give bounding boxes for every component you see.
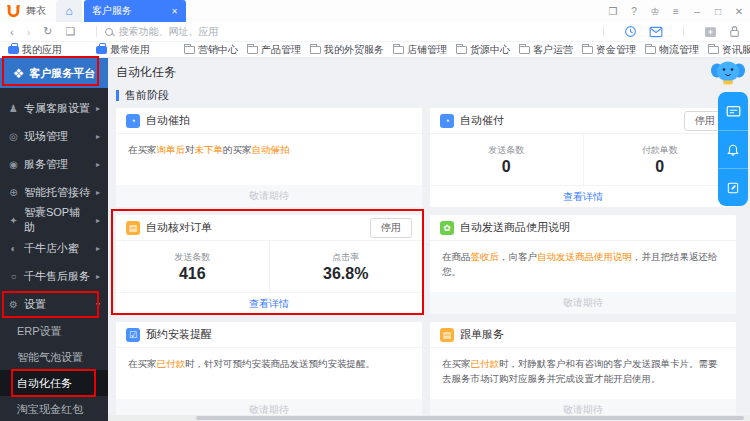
sidebar-item-smart-hosting[interactable]: ⊕ 智能托管接待 ▸ [0,178,108,206]
scrollbar-thumb[interactable] [196,416,744,420]
section-title: 售前阶段 [125,88,169,103]
workbench-button[interactable] [718,92,748,130]
card-title: 自动催付 [460,113,504,128]
stat-click-rate: 点击率 36.8% [269,241,423,292]
page-title: 自动化任务 [116,64,736,80]
sidebar-item-store-bee[interactable]: ◐ 千牛店小蜜 ▸ [0,234,108,262]
minimize-icon[interactable]: – [692,6,702,17]
stat-sent-count: 发送条数 416 [116,241,269,292]
sidebar-item-service-manage[interactable]: ◉ 服务管理 ▸ [0,150,108,178]
search-input[interactable] [118,26,268,37]
disable-button[interactable]: 停用 [370,218,412,238]
chevron-right-icon: ▸ [96,216,100,225]
folder-icon [519,46,530,54]
back-icon[interactable]: ‹ [10,26,14,38]
sidebar-item-settings[interactable]: ⚙ 设置 ▾ [0,290,108,318]
search-bar[interactable] [105,26,268,37]
bookmark-folder-supply[interactable]: 货源中心 [456,43,510,57]
bookmark-folder-funds[interactable]: 资金管理 [582,43,636,57]
bookmark-folder-foreign-trade[interactable]: 我的外贸服务 [310,43,384,57]
help-icon[interactable]: ? [629,6,639,17]
sidebar-item-sop-assist[interactable]: ✦ 智囊SOP辅助 ▸ [0,206,108,234]
home-tab[interactable]: ⌂ [56,0,82,22]
close-icon[interactable]: ✕ [734,6,744,17]
maximize-icon[interactable]: □ [713,6,723,17]
bell-icon: ◉ [8,159,19,170]
multi-window-icon[interactable]: ❐ [608,6,618,17]
navbar-right-icons [595,25,740,38]
task-cards-grid: ◔ 自动催拍 在买家询单后对未下单的买家自动催拍 敬请期待 ◔ 自动催付 停用 … [116,108,736,421]
bookmark-my-apps[interactable]: 我的应用 [8,43,62,57]
view-details-link[interactable]: 查看详情 [430,185,736,207]
bookmark-folder-products[interactable]: 产品管理 [247,43,301,57]
sidebar-subitem-smart-bubble[interactable]: 智能气泡设置 [0,344,108,370]
chevron-right-icon: ▸ [96,272,100,281]
sidebar-subitem-red-packet[interactable]: 淘宝现金红包 [0,396,108,421]
platform-header: ❖ 客户服务平台 [0,58,108,88]
divider [603,26,604,37]
bookmark-folder-shop-manage[interactable]: 店铺管理 [393,43,447,57]
folder-icon [184,46,195,54]
bookmark-folder-marketing[interactable]: 营销中心 [184,43,238,57]
search-icon [105,28,113,36]
skin-icon[interactable]: ♔ [650,6,660,17]
gallery-icon[interactable] [704,26,717,38]
check-badge-icon: ☑ [126,328,140,342]
divider [683,26,684,37]
card-auto-remind-payment: ◔ 自动催付 停用 发送条数 0 付款单数 0 查看详情 [430,108,736,207]
card-description: 在商品签收后，向客户自动发送商品使用说明，并且把结果返还给您。 [430,241,736,292]
clock-badge-icon: ◔ [126,114,140,128]
location-icon: ◎ [8,131,19,142]
sidebar-item-dedicated-service[interactable]: ♟ 专属客服设置 ▸ [0,94,108,122]
view-details-link[interactable]: 查看详情 [116,292,422,314]
coming-soon-label: 敬请期待 [116,185,422,207]
menu-icon[interactable]: ≡ [671,6,681,17]
sidebar-menu: ♟ 专属客服设置 ▸ ◎ 现场管理 ▸ ◉ 服务管理 ▸ ⊕ 智能托管接待 ▸ … [0,88,108,421]
history-clock-icon[interactable] [624,25,637,38]
sidebar-subitem-automation-tasks[interactable]: 自动化任务 [0,370,108,396]
card-description: 在买家已付款时，对静默客户和有咨询的客户发送跟单卡片。需要去服务市场订购对应服务… [430,348,736,399]
refresh-icon[interactable]: ↻ [43,25,52,38]
tab-close-icon[interactable]: ✕ [171,7,178,16]
bookmark-most-used[interactable]: 最常使用 [96,43,150,57]
chevron-down-icon: ▾ [96,300,100,309]
forward-icon[interactable]: › [27,26,31,38]
stat-sent-count: 发送条数 0 [430,134,583,185]
card-stats: 发送条数 0 付款单数 0 [430,134,736,185]
chevron-right-icon: ▸ [96,132,100,141]
stat-paid-count: 付款单数 0 [583,134,737,185]
mail-icon[interactable] [649,26,663,38]
notifications-button[interactable] [718,130,748,168]
briefcase-icon [8,46,19,54]
folder-icon [247,46,258,54]
app-window-icon[interactable]: ❏ [66,25,76,38]
bookmark-folder-news[interactable]: 资讯服务 [708,43,750,57]
gear-icon: ⚙ [8,299,19,310]
bee-icon: ◐ [8,243,19,254]
folder-icon [645,46,656,54]
card-stats: 发送条数 416 点击率 36.8% [116,241,422,292]
folder-icon [708,46,719,54]
card-auto-verify-order: ▤ 自动核对订单 停用 发送条数 416 点击率 36.8% 查看详情 [116,215,422,314]
folder-icon [456,46,467,54]
main-content: 自动化任务 售前阶段 ◔ 自动催拍 在买家询单后对未下单的买家自动催拍 敬请期待… [108,58,750,421]
card-title: 自动发送商品使用说明 [460,220,570,235]
elephant-mascot[interactable] [710,57,746,89]
card-title: 自动催拍 [146,113,190,128]
card-description: 在买家已付款时，针对可预约安装商品发送预约安装提醒。 [116,348,422,399]
folder-icon [393,46,404,54]
window-controls: ❐ ? ♔ ≡ – □ ✕ [608,6,744,17]
chevron-right-icon: ▸ [96,188,100,197]
sidebar-subitem-erp-settings[interactable]: ERP设置 [0,318,108,344]
bookmark-folder-customer-ops[interactable]: 客户运营 [519,43,573,57]
sidebar-item-aftersale-service[interactable]: ○ 千牛售后服务 ▸ [0,262,108,290]
feedback-button[interactable] [718,168,748,206]
lock-icon[interactable] [729,25,740,38]
navbar: ‹ › ↻ ❏ [0,22,750,42]
card-auto-send-instructions: ✿ 自动发送商品使用说明 在商品签收后，向客户自动发送商品使用说明，并且把结果返… [430,215,736,314]
tab-customer-service[interactable]: 客户服务 ✕ [84,0,186,22]
sidebar-item-site-manage[interactable]: ◎ 现场管理 ▸ [0,122,108,150]
bookmark-folder-logistics[interactable]: 物流管理 [645,43,699,57]
horizontal-scrollbar[interactable] [108,415,750,421]
clock-badge-icon: ◔ [440,114,454,128]
